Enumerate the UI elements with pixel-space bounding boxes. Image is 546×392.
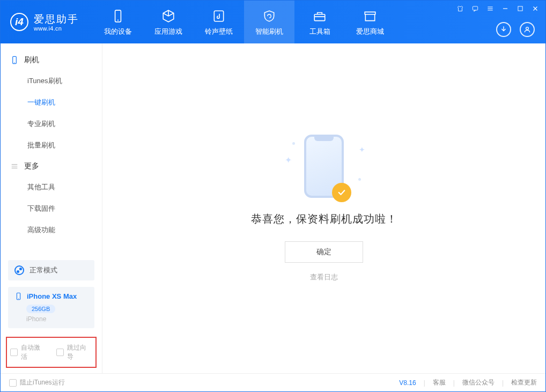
tab-label: 铃声壁纸 [205,27,233,36]
mode-label: 正常模式 [29,265,57,275]
device-phone-icon [14,292,23,300]
logo-text: 爱思助手 www.i4.cn [34,12,79,32]
tab-label: 我的设备 [104,27,132,36]
brand-name: 爱思助手 [34,12,79,26]
mode-icon [14,265,24,275]
success-message: 恭喜您，保资料刷机成功啦！ [251,212,397,226]
check-badge-icon [332,183,351,202]
tab-apps-games[interactable]: 应用游戏 [143,1,194,43]
confirm-button[interactable]: 确定 [285,241,363,263]
sidebar-item-itunes-flash[interactable]: iTunes刷机 [1,70,102,92]
support-link[interactable]: 客服 [433,378,446,387]
device-storage: 256GB [26,305,55,313]
tab-label: 工具箱 [309,27,330,36]
maximize-button[interactable] [515,4,525,13]
section-label: 刷机 [24,55,39,65]
block-itunes-label: 阻止iTunes运行 [20,378,65,387]
svg-point-8 [14,62,14,63]
device-type: iPhone [26,315,88,323]
shirt-icon[interactable] [455,4,465,13]
refresh-shield-icon [262,9,276,23]
sidebar-item-batch-flash[interactable]: 批量刷机 [1,135,102,156]
tab-smart-flash[interactable]: 智能刷机 [244,1,294,43]
download-button[interactable] [496,22,511,37]
dot-icon [358,178,361,181]
view-log-link[interactable]: 查看日志 [310,272,338,282]
auto-activate-label: 自动激活 [21,343,46,361]
header-bar: i4 爱思助手 www.i4.cn 我的设备 应用游戏 铃声壁纸 智能刷机 [1,1,545,43]
user-icon [523,25,532,34]
cube-icon [161,9,175,23]
feedback-icon[interactable] [470,4,480,13]
svg-point-1 [117,19,119,20]
close-button[interactable] [530,4,540,13]
checkbox-block-itunes[interactable] [9,379,17,387]
svg-point-10 [18,298,19,299]
sidebar-item-download-fw[interactable]: 下载固件 [1,198,102,219]
svg-rect-3 [314,14,325,20]
skip-guide-label: 跳过向导 [67,343,92,361]
download-icon [499,25,508,34]
mode-indicator[interactable]: 正常模式 [8,260,94,280]
store-icon [363,9,377,23]
phone-icon [10,56,19,64]
checkbox-skip-guide[interactable] [56,349,64,356]
logo-icon: i4 [10,13,28,31]
body: 刷机 iTunes刷机 一键刷机 专业刷机 批量刷机 更多 其他工具 下载固件 … [1,43,545,373]
sparkle-icon: ✦ [285,155,292,165]
svg-point-4 [526,27,529,30]
user-button[interactable] [520,22,535,37]
tab-label: 应用游戏 [154,27,182,36]
main-content: ✦ ✦ 恭喜您，保资料刷机成功啦！ 确定 查看日志 [102,43,545,373]
dot-icon [292,142,295,145]
check-update-link[interactable]: 检查更新 [511,378,537,387]
toolbox-icon [313,9,327,23]
svg-rect-6 [518,6,522,11]
version-label: V8.16 [399,379,416,387]
sidebar-section-flash: 刷机 [1,50,102,70]
svg-rect-2 [214,11,223,21]
music-file-icon [212,9,226,23]
tab-toolbox[interactable]: 工具箱 [294,1,345,43]
device-name: iPhone XS Max [27,292,77,300]
tab-store[interactable]: 爱思商城 [345,1,395,43]
sidebar: 刷机 iTunes刷机 一键刷机 专业刷机 批量刷机 更多 其他工具 下载固件 … [1,43,102,373]
checkbox-auto-activate[interactable] [10,349,18,356]
sidebar-item-advanced[interactable]: 高级功能 [1,219,102,241]
device-icon [111,9,125,23]
sidebar-section-more: 更多 [1,156,102,176]
flash-options-highlight: 自动激活 跳过向导 [6,337,97,368]
device-panel[interactable]: iPhone XS Max 256GB iPhone [8,287,94,328]
tab-my-device[interactable]: 我的设备 [93,1,143,43]
minimize-button[interactable] [500,4,510,13]
tab-label: 爱思商城 [356,27,384,36]
section-label: 更多 [24,161,39,171]
sidebar-item-pro-flash[interactable]: 专业刷机 [1,113,102,135]
wechat-link[interactable]: 微信公众号 [462,378,495,387]
success-illustration: ✦ ✦ [304,135,344,198]
window-controls [455,4,540,13]
account-icons [496,22,535,37]
list-icon [10,162,19,171]
menu-icon[interactable] [485,4,495,13]
tab-ringtone-wallpaper[interactable]: 铃声壁纸 [194,1,244,43]
status-bar: 阻止iTunes运行 V8.16 | 客服 | 微信公众号 | 检查更新 [1,373,545,391]
tab-label: 智能刷机 [255,27,283,36]
sidebar-item-other-tools[interactable]: 其他工具 [1,176,102,198]
logo-area: i4 爱思助手 www.i4.cn [1,12,88,32]
nav-tabs: 我的设备 应用游戏 铃声壁纸 智能刷机 工具箱 爱思商城 [93,1,395,43]
sidebar-item-oneclick-flash[interactable]: 一键刷机 [1,92,102,113]
sparkle-icon: ✦ [359,145,365,154]
svg-rect-5 [473,6,477,10]
app-window: i4 爱思助手 www.i4.cn 我的设备 应用游戏 铃声壁纸 智能刷机 [0,0,546,392]
